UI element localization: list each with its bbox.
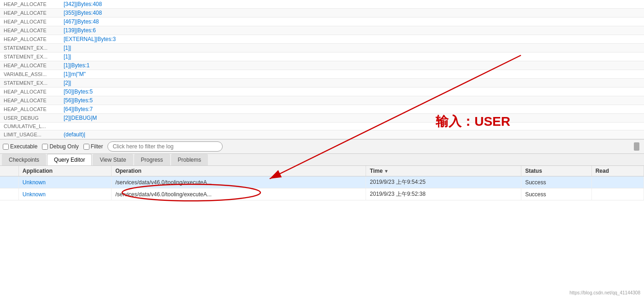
log-row: HEAP_ALLOCATE [56]|Bytes:5: [0, 96, 644, 105]
log-type: STATEMENT_EX...: [0, 79, 60, 88]
results-time: 2019/9/23 上午9:54:25: [366, 176, 521, 188]
log-detail: [1]|: [60, 44, 644, 53]
log-type: HEAP_ALLOCATE: [0, 18, 60, 26]
log-type: HEAP_ALLOCATE: [0, 9, 60, 18]
executable-checkbox[interactable]: [3, 144, 9, 150]
log-table: HEAP_ALLOCATE [342]|Bytes:408 HEAP_ALLOC…: [0, 0, 644, 139]
results-col-header: Application: [18, 166, 111, 176]
log-type: HEAP_ALLOCATE: [0, 26, 60, 35]
tab-view-state[interactable]: View State: [93, 154, 133, 165]
log-detail: [139]|Bytes:6: [60, 26, 644, 35]
results-operation: /services/data/v46.0/tooling/executeA...: [112, 176, 366, 188]
log-detail: [56]|Bytes:5: [60, 96, 644, 105]
log-detail: [1]|Bytes:1: [60, 61, 644, 70]
filter-checkbox[interactable]: [83, 144, 89, 150]
filter-checkbox-label[interactable]: Filter: [83, 143, 103, 150]
log-detail: [EXTERNAL]|Bytes:3: [60, 35, 644, 44]
log-type: LIMIT_USAGE...: [0, 130, 60, 139]
debug-only-label: Debug Only: [49, 143, 78, 150]
tab-progress[interactable]: Progress: [134, 154, 170, 165]
log-row: HEAP_ALLOCATE [EXTERNAL]|Bytes:3: [0, 35, 644, 44]
log-detail: [64]|Bytes:7: [60, 105, 644, 114]
log-detail: [50]|Bytes:5: [60, 88, 644, 96]
log-row: HEAP_ALLOCATE [64]|Bytes:7: [0, 105, 644, 114]
log-type: HEAP_ALLOCATE: [0, 105, 60, 114]
log-row: HEAP_ALLOCATE [139]|Bytes:6: [0, 26, 644, 35]
results-col-header: Status: [521, 166, 591, 176]
debug-only-checkbox-label[interactable]: Debug Only: [42, 143, 78, 150]
log-type: CUMULATIVE_L...: [0, 123, 60, 130]
results-application: Unknown: [18, 176, 111, 188]
log-row: USER_DEBUG [2]|DEBUG|M: [0, 114, 644, 123]
log-row: HEAP_ALLOCATE [467]|Bytes:48: [0, 18, 644, 26]
log-type: HEAP_ALLOCATE: [0, 96, 60, 105]
log-type: HEAP_ALLOCATE: [0, 61, 60, 70]
executable-label: Executable: [10, 143, 37, 150]
log-row: HEAP_ALLOCATE [1]|Bytes:1: [0, 61, 644, 70]
results-status: Success: [521, 188, 591, 200]
log-type: HEAP_ALLOCATE: [0, 0, 60, 9]
watermark: https://blog.csdn.net/qq_41144308: [570, 290, 640, 295]
tab-bar: CheckpointsQuery EditorView StateProgres…: [0, 154, 644, 166]
results-status: Success: [521, 176, 591, 188]
log-detail: [1]|m|"M": [60, 70, 644, 79]
results-area: ApplicationOperationTime▼StatusRead Unkn…: [0, 166, 644, 200]
log-type: HEAP_ALLOCATE: [0, 88, 60, 96]
results-operation: /services/data/v46.0/tooling/executeA...: [112, 188, 366, 200]
log-type: STATEMENT_EX...: [0, 44, 60, 53]
log-row: LIMIT_USAGE... (default)|: [0, 130, 644, 139]
log-detail: (default)|: [60, 130, 644, 139]
log-row: HEAP_ALLOCATE [355]|Bytes:408: [0, 9, 644, 18]
log-type: VARIABLE_ASSI...: [0, 70, 60, 79]
log-row: HEAP_ALLOCATE [342]|Bytes:408: [0, 0, 644, 9]
scroll-thumb[interactable]: [634, 142, 639, 151]
log-row: STATEMENT_EX... [2]|: [0, 79, 644, 88]
log-row: HEAP_ALLOCATE [50]|Bytes:5: [0, 88, 644, 96]
results-col-header: [0, 166, 18, 176]
log-detail: [2]|: [60, 79, 644, 88]
log-type: USER_DEBUG: [0, 114, 60, 123]
tab-checkpoints[interactable]: Checkpoints: [2, 154, 46, 165]
results-time: 2019/9/23 上午9:52:38: [366, 188, 521, 200]
results-application: Unknown: [18, 188, 111, 200]
results-row: Unknown /services/data/v46.0/tooling/exe…: [0, 188, 644, 200]
filter-bar: Executable Debug Only Filter: [0, 139, 644, 154]
log-detail: [60, 123, 644, 130]
results-col-header: Operation: [112, 166, 366, 176]
results-col-header: Read: [591, 166, 644, 176]
filter-input[interactable]: [107, 141, 223, 152]
results-read: [591, 176, 644, 188]
log-detail: [2]|DEBUG|M: [60, 114, 644, 123]
log-area: HEAP_ALLOCATE [342]|Bytes:408 HEAP_ALLOC…: [0, 0, 644, 139]
log-row: STATEMENT_EX... [1]|: [0, 53, 644, 61]
log-type: HEAP_ALLOCATE: [0, 35, 60, 44]
log-detail: [355]|Bytes:408: [60, 9, 644, 18]
results-col-header[interactable]: Time▼: [366, 166, 521, 176]
executable-checkbox-label[interactable]: Executable: [3, 143, 37, 150]
log-row: STATEMENT_EX... [1]|: [0, 44, 644, 53]
results-table: ApplicationOperationTime▼StatusRead Unkn…: [0, 166, 644, 200]
debug-only-checkbox[interactable]: [42, 144, 48, 150]
log-detail: [342]|Bytes:408: [60, 0, 644, 9]
results-row: Unknown /services/data/v46.0/tooling/exe…: [0, 176, 644, 188]
filter-label: Filter: [91, 143, 103, 150]
results-num: [0, 188, 18, 200]
results-read: [591, 188, 644, 200]
sort-icon: ▼: [384, 169, 389, 174]
log-row: VARIABLE_ASSI... [1]|m|"M": [0, 70, 644, 79]
log-detail: [1]|: [60, 53, 644, 61]
log-detail: [467]|Bytes:48: [60, 18, 644, 26]
tab-query-editor[interactable]: Query Editor: [47, 154, 92, 165]
tab-problems[interactable]: Problems: [171, 154, 208, 165]
log-row: CUMULATIVE_L...: [0, 123, 644, 130]
results-num: [0, 176, 18, 188]
log-type: STATEMENT_EX...: [0, 53, 60, 61]
